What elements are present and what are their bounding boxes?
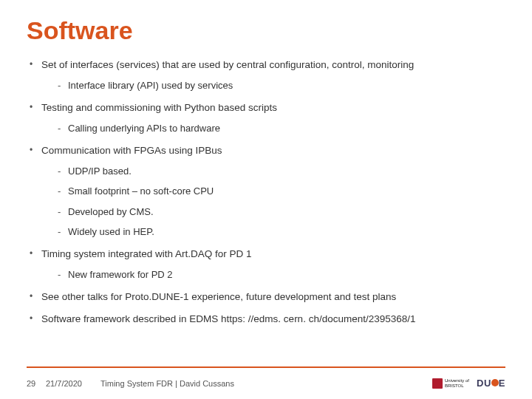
dune-suffix: E <box>499 378 505 389</box>
list-item: Calling underlying APIs to hardware <box>41 122 505 135</box>
bullet-text: Testing and commissioning with Python ba… <box>41 102 277 113</box>
list-item: Small footprint – no soft-core CPU <box>41 185 505 198</box>
slide: Software Set of interfaces (services) th… <box>0 0 532 326</box>
footer-date: 21/7/2020 <box>46 379 100 388</box>
list-item: Testing and commissioning with Python ba… <box>27 101 505 135</box>
bullet-text: Communication with FPGAs using IPBus <box>41 145 222 156</box>
list-item: Software framework described in EDMS htt… <box>27 313 505 326</box>
bullet-text: Timing system integrated with Art.DAQ fo… <box>41 248 252 259</box>
dune-logo: DUE <box>477 378 505 389</box>
list-item: Widely used in HEP. <box>41 225 505 239</box>
bristol-line2: BRISTOL <box>445 383 469 388</box>
crest-icon <box>432 378 443 389</box>
list-item: Developed by CMS. <box>41 205 505 219</box>
bristol-text: University of BRISTOL <box>445 378 469 388</box>
sub-list: Interface library (API) used by services <box>41 79 505 92</box>
bristol-line1: University of <box>445 378 469 383</box>
list-item: Interface library (API) used by services <box>41 79 505 92</box>
list-item: Communication with FPGAs using IPBus UDP… <box>27 144 505 239</box>
dune-prefix: DU <box>477 378 491 389</box>
list-item: See other talks for Proto.DUNE-1 experie… <box>27 290 505 304</box>
sub-list: New framework for PD 2 <box>41 268 505 282</box>
slide-title: Software <box>27 16 505 45</box>
list-item: New framework for PD 2 <box>41 268 505 282</box>
sub-list: Calling underlying APIs to hardware <box>41 122 505 135</box>
sub-list: UDP/IP based. Small footprint – no soft-… <box>41 165 505 239</box>
slide-footer: 29 21/7/2020 Timing System FDR | David C… <box>27 378 505 389</box>
bullet-text: Set of interfaces (services) that are us… <box>41 59 414 70</box>
page-number: 29 <box>27 379 46 388</box>
list-item: UDP/IP based. <box>41 165 505 178</box>
footer-divider <box>27 366 505 368</box>
list-item: Set of interfaces (services) that are us… <box>27 58 505 92</box>
list-item: Timing system integrated with Art.DAQ fo… <box>27 248 505 282</box>
bristol-logo: University of BRISTOL <box>432 378 469 389</box>
neutrino-icon <box>491 379 499 386</box>
bullet-list: Set of interfaces (services) that are us… <box>27 58 505 326</box>
footer-title: Timing System FDR | David Cussans <box>100 379 432 388</box>
logo-group: University of BRISTOL DUE <box>432 378 505 389</box>
